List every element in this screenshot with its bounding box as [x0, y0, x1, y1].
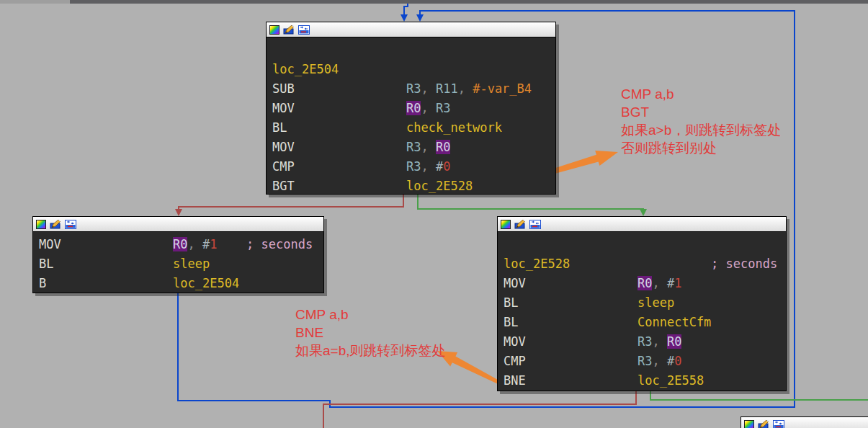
node-body: MOVR0, #1; secondsBLsleepBloc_2E504 [33, 232, 323, 293]
operand: , [652, 334, 666, 349]
node-titlebar[interactable] [741, 417, 868, 428]
operand: R3 [637, 334, 652, 349]
edit-comment-icon[interactable] [514, 220, 526, 229]
operand: R3 [637, 354, 652, 368]
instruction-line[interactable]: BNEloc_2E558 [498, 371, 786, 391]
edit-comment-icon[interactable] [283, 25, 295, 35]
instruction-line[interactable]: MOVR0, #1; seconds [33, 235, 323, 254]
instruction-line[interactable]: BLcheck_network [267, 118, 555, 138]
mnemonic: CMP [272, 157, 406, 177]
operand: R3 [406, 81, 421, 96]
symbol-operand: check_network [406, 120, 502, 135]
node-color-icon[interactable] [744, 420, 754, 428]
mnemonic: B [39, 274, 173, 293]
symbol-operand: sleep [173, 257, 210, 271]
node-color-icon[interactable] [501, 220, 511, 229]
callout-arrow-bne [437, 351, 500, 384]
edge-taken-green [418, 195, 643, 210]
instruction-line[interactable]: CMPR3, #0 [267, 157, 555, 177]
instruction-line[interactable]: BLConnectCfm [498, 313, 786, 332]
operand: R11 [436, 81, 458, 96]
edge-out-green [650, 391, 868, 400]
node-loc_2E504[interactable]: loc_2E504SUBR3, R11, #-var_B4MOVR0, R3BL… [266, 22, 556, 195]
edge-loop-back-blue-arrowhead [416, 14, 424, 22]
annotation-bgt: CMP a,bBGT如果a>b，则跳转到标签处否则跳转到别处 [621, 85, 781, 157]
instruction-line[interactable]: CMPR3, #0 [498, 352, 786, 371]
operand: , [652, 276, 666, 290]
instruction-line[interactable]: BLsleep [33, 254, 323, 274]
mnemonic: BNE [504, 371, 637, 391]
operand: 1 [210, 237, 217, 251]
node-loc_2E528[interactable]: loc_2E528; secondsMOVR0, #1BLsleepBLConn… [497, 216, 787, 391]
operand: # [667, 354, 674, 368]
annotation-line: 否则跳转到别处 [621, 139, 781, 157]
annotation-line: 如果a>b，则跳转到标签处 [621, 121, 781, 139]
mnemonic: MOV [39, 235, 173, 254]
operand: R0 [667, 334, 681, 349]
instruction-line[interactable]: SUBR3, R11, #-var_B4 [267, 79, 555, 99]
label-line[interactable]: loc_2E528; seconds [498, 254, 786, 274]
operand: R3 [406, 140, 421, 154]
operand: 0 [674, 354, 681, 368]
mnemonic: MOV [504, 332, 637, 352]
mnemonic: BL [504, 293, 637, 313]
instruction-line[interactable]: MOVR0, #1 [498, 274, 786, 293]
operand: #-var_B4 [473, 81, 532, 96]
instruction-line[interactable]: MOVR0, R3 [267, 99, 555, 118]
operand: , [421, 81, 435, 96]
symbol-operand: ConnectCfm [637, 315, 711, 329]
group-node-icon[interactable] [298, 25, 310, 35]
graph-canvas[interactable]: loc_2E504SUBR3, R11, #-var_B4MOVR0, R3BL… [0, 0, 868, 428]
operand: 0 [443, 159, 450, 174]
mnemonic: CMP [504, 352, 637, 371]
mnemonic: MOV [272, 99, 406, 118]
node-body: loc_2E528; secondsMOVR0, #1BLsleepBLConn… [498, 232, 786, 391]
mnemonic: MOV [504, 274, 637, 293]
operand: R0 [173, 237, 187, 251]
address-label: loc_2E528 [504, 257, 570, 271]
scrollbar-thumb[interactable] [0, 0, 70, 4]
mnemonic: SUB [272, 79, 406, 99]
edit-comment-icon[interactable] [50, 220, 61, 229]
group-node-icon[interactable] [529, 220, 541, 229]
blank-line[interactable] [267, 40, 555, 60]
instruction-line[interactable]: Bloc_2E504 [33, 274, 323, 293]
node-sleep-loop[interactable]: MOVR0, #1; secondsBLsleepBloc_2E504 [32, 216, 324, 293]
node-titlebar[interactable] [267, 22, 555, 37]
node-color-icon[interactable] [36, 220, 46, 229]
operand: , [187, 237, 202, 251]
node-titlebar[interactable] [33, 217, 323, 232]
edit-comment-icon[interactable] [758, 420, 769, 428]
group-node-icon[interactable] [65, 220, 76, 229]
label-line[interactable]: loc_2E504 [267, 60, 555, 79]
edge-fallthrough-red [179, 195, 403, 210]
mnemonic: BL [504, 313, 637, 332]
symbol-operand: loc_2E558 [637, 373, 704, 388]
edge-fallthrough-red-arrowhead [175, 209, 182, 216]
operand: R3 [436, 101, 450, 115]
operand: , [421, 101, 435, 115]
node-titlebar[interactable] [498, 217, 786, 232]
blank-line[interactable] [498, 235, 786, 254]
symbol-operand: sleep [637, 295, 674, 310]
horizontal-scrollbar [0, 0, 868, 4]
annotation-line: CMP a,b [621, 85, 781, 103]
annotation-line: CMP a,b [295, 306, 446, 324]
instruction-line[interactable]: MOVR3, R0 [267, 138, 555, 157]
operand: # [436, 159, 443, 174]
mnemonic: MOV [272, 138, 406, 157]
group-node-icon[interactable] [773, 420, 784, 428]
instruction-line[interactable]: BGTloc_2E528 [267, 177, 555, 196]
instruction-line[interactable]: BLsleep [498, 293, 786, 313]
mnemonic: BL [39, 254, 173, 274]
operand: 1 [674, 276, 681, 290]
node-partial-bottom-right[interactable] [741, 416, 868, 428]
node-color-icon[interactable] [269, 25, 279, 35]
node-body: loc_2E504SUBR3, R11, #-var_B4MOVR0, R3BL… [267, 37, 555, 196]
symbol-operand: loc_2E528 [406, 179, 473, 193]
instruction-line[interactable]: MOVR3, R0 [498, 332, 786, 352]
comment: ; seconds [711, 254, 777, 274]
address-label: loc_2E504 [272, 62, 339, 76]
operand: R0 [436, 140, 450, 154]
edge-out-red [323, 391, 636, 428]
